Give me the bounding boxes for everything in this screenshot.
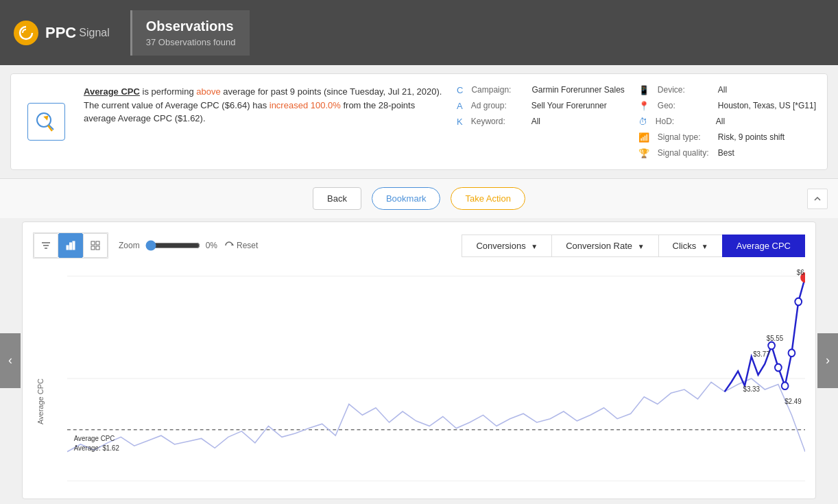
header: PPC Signal Observations 37 Observations … bbox=[0, 0, 838, 65]
chart-svg: $6.64 $3.32 $0 bbox=[67, 269, 805, 488]
tab-average-cpc[interactable]: Average CPC bbox=[722, 235, 805, 257]
svg-text:$2.49: $2.49 bbox=[785, 398, 802, 405]
metric-link[interactable]: Average CPC bbox=[84, 86, 140, 97]
meta-signal-type: 📶 Signal type: Risk, 9 points shift bbox=[638, 132, 816, 143]
signal-quality-label: Signal quality: bbox=[658, 148, 713, 158]
bar-chart-icon bbox=[65, 240, 76, 251]
zoom-slider[interactable] bbox=[145, 240, 200, 251]
logo-ppc: PPC bbox=[45, 24, 76, 42]
above-text: above bbox=[196, 86, 220, 97]
tab-conversions[interactable]: Conversions ▼ bbox=[462, 235, 551, 257]
signal-text: Average CPC is performing above average … bbox=[84, 85, 443, 158]
meta-geo: 📍 Geo: Houston, Texas, US [*G11] bbox=[638, 101, 816, 111]
device-label: Device: bbox=[658, 85, 713, 95]
meta-campaign: C Campaign: Garmin Forerunner Sales bbox=[457, 85, 625, 95]
tab-clicks[interactable]: Clicks ▼ bbox=[658, 235, 722, 257]
device-value: All bbox=[718, 85, 727, 95]
adgroup-value: Sell Your Forerunner bbox=[531, 101, 607, 110]
svg-text:$5.55: $5.55 bbox=[767, 334, 784, 341]
logo-area: PPC Signal bbox=[14, 21, 110, 45]
chart-wrapper: Average CPC $6.64 $3.32 $0 bbox=[33, 269, 805, 488]
observations-subtitle: 37 Observations found bbox=[146, 37, 236, 47]
zoom-label: Zoom bbox=[119, 241, 140, 250]
reset-icon bbox=[224, 241, 234, 250]
zoom-percent: 0% bbox=[206, 241, 217, 250]
device-icon: 📱 bbox=[638, 85, 649, 95]
svg-point-22 bbox=[782, 382, 789, 389]
keyword-value: All bbox=[531, 117, 540, 126]
svg-point-24 bbox=[795, 298, 802, 306]
chart-container: Zoom 0% Reset Conversions ▼ bbox=[22, 221, 816, 499]
svg-rect-7 bbox=[73, 241, 75, 250]
svg-text:Average CPC: Average CPC bbox=[74, 434, 115, 442]
tab-conversion-rate[interactable]: Conversion Rate ▼ bbox=[551, 235, 658, 257]
observations-header: Observations 37 Observations found bbox=[130, 10, 250, 56]
svg-point-21 bbox=[775, 364, 782, 372]
campaign-label: Campaign: bbox=[471, 85, 526, 95]
chart-section: ‹ bbox=[0, 221, 838, 499]
hod-value: All bbox=[716, 117, 725, 126]
increased-text: increased 100.0% bbox=[270, 100, 341, 110]
signal-icon-box bbox=[27, 103, 65, 141]
next-arrow[interactable]: › bbox=[817, 333, 838, 388]
chevron-down-icon: ▼ bbox=[702, 243, 708, 250]
adgroup-label: Ad group: bbox=[471, 101, 526, 110]
chart-toolbar: Zoom 0% Reset Conversions ▼ bbox=[33, 232, 805, 259]
signal-icon-area bbox=[22, 85, 70, 158]
chevron-up-icon bbox=[813, 195, 822, 203]
svg-text:$6.64: $6.64 bbox=[797, 269, 805, 276]
svg-rect-10 bbox=[91, 246, 95, 250]
search-arrow-icon bbox=[33, 109, 59, 135]
bookmark-button[interactable]: Bookmark bbox=[372, 187, 441, 210]
signal-quality-icon: 🏆 bbox=[638, 148, 649, 158]
svg-text:$3.33: $3.33 bbox=[743, 385, 761, 393]
geo-value: Houston, Texas, US [*G11] bbox=[718, 101, 816, 110]
logo-icon bbox=[14, 21, 38, 45]
hod-icon: ⏱ bbox=[638, 117, 647, 127]
svg-point-20 bbox=[768, 342, 775, 350]
meta-hod: ⏱ HoD: All bbox=[638, 117, 816, 127]
logo-signal: Signal bbox=[79, 27, 109, 39]
svg-rect-11 bbox=[96, 246, 99, 250]
meta-device: 📱 Device: All bbox=[638, 85, 816, 95]
grid-icon-btn[interactable] bbox=[83, 233, 108, 258]
observations-title: Observations bbox=[146, 19, 236, 34]
collapse-button[interactable] bbox=[807, 189, 828, 209]
keyword-label: Keyword: bbox=[471, 117, 526, 126]
take-action-button[interactable]: Take Action bbox=[451, 187, 525, 210]
svg-text:Average: $1.62: Average: $1.62 bbox=[74, 444, 119, 451]
campaign-value: Garmin Forerunner Sales bbox=[531, 85, 624, 95]
metric-tabs: Conversions ▼ Conversion Rate ▼ Clicks ▼… bbox=[462, 235, 805, 257]
action-bar: Back Bookmark Take Action bbox=[0, 178, 838, 218]
signal-card: Average CPC is performing above average … bbox=[10, 73, 828, 170]
back-button[interactable]: Back bbox=[313, 187, 361, 210]
filter-icon bbox=[40, 240, 51, 251]
signal-type-value: Risk, 9 points shift bbox=[718, 132, 785, 142]
svg-rect-6 bbox=[70, 243, 72, 250]
signal-quality-value: Best bbox=[718, 148, 734, 158]
svg-rect-5 bbox=[67, 245, 69, 250]
view-toggle bbox=[33, 232, 108, 259]
geo-icon: 📍 bbox=[638, 101, 649, 111]
filter-icon-btn[interactable] bbox=[34, 233, 58, 258]
geo-label: Geo: bbox=[658, 101, 713, 110]
adgroup-icon: A bbox=[457, 101, 463, 111]
signal-type-icon: 📶 bbox=[638, 132, 649, 143]
signal-type-label: Signal type: bbox=[658, 132, 713, 142]
svg-rect-8 bbox=[91, 241, 95, 245]
y-axis-label: Average CPC bbox=[36, 379, 45, 424]
svg-text:$3.77: $3.77 bbox=[753, 350, 770, 358]
bar-chart-icon-btn[interactable] bbox=[58, 233, 83, 258]
svg-point-23 bbox=[789, 349, 795, 357]
prev-arrow[interactable]: ‹ bbox=[0, 333, 21, 388]
meta-col-left: C Campaign: Garmin Forerunner Sales A Ad… bbox=[457, 85, 625, 158]
chevron-down-icon: ▼ bbox=[531, 243, 538, 250]
svg-rect-9 bbox=[96, 241, 99, 245]
zoom-area: Zoom 0% bbox=[119, 240, 217, 251]
keyword-icon: K bbox=[457, 117, 463, 127]
meta-col-right: 📱 Device: All 📍 Geo: Houston, Texas, US … bbox=[638, 85, 816, 158]
campaign-icon: C bbox=[457, 85, 463, 95]
reset-button[interactable]: Reset bbox=[224, 241, 258, 250]
meta-signal-quality: 🏆 Signal quality: Best bbox=[638, 148, 816, 158]
chevron-down-icon: ▼ bbox=[638, 243, 645, 250]
